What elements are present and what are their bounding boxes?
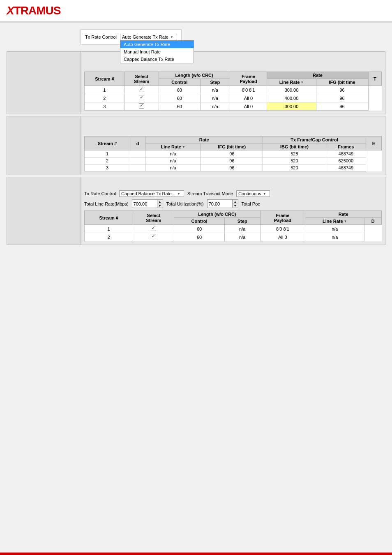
rate-val: 300.00 (267, 86, 316, 94)
select-cb[interactable] (125, 102, 159, 111)
checkbox-3[interactable] (139, 103, 144, 109)
th-rate3: Rate (305, 211, 382, 218)
control-val: 60 (174, 225, 225, 233)
ibg-val: 520 (263, 164, 326, 171)
logo-text: TRAMUS (14, 4, 61, 17)
rate-val-highlighted: 300.00 (267, 102, 316, 111)
panel-3-table: Stream # SelectStream Length (w/o CRC) F… (84, 210, 382, 241)
step-val: n/a (200, 102, 230, 111)
header: XTRAMUS (0, 0, 392, 23)
panel-3: Tx Rate Control Capped Balance Tx Rate..… (7, 177, 385, 245)
checkbox-p3-2[interactable] (151, 234, 156, 239)
spinner-up-2[interactable]: ▲ (233, 200, 238, 204)
tx-rate-control-select[interactable]: Auto Generate Tx Rate ▼ (120, 34, 177, 40)
table-row: 1 60 n/a 8'0 8'1 n/a (85, 225, 382, 233)
th-line-rate: Line Rate ▼ (267, 79, 316, 86)
frames-val: 468749 (326, 164, 366, 171)
table-row: 3 n/a 96 520 468749 (85, 164, 382, 171)
th-length: Length (w/o CRC) (159, 72, 230, 79)
spinner-down[interactable]: ▼ (157, 204, 163, 208)
stream-num: 1 (85, 86, 125, 94)
p3-tx-rate-select[interactable]: Capped Balance Tx Rate... ▼ (119, 190, 184, 197)
th-length3: Length (w/o CRC) (174, 211, 260, 218)
p3-total-util-spinner[interactable]: ▲ ▼ (207, 199, 238, 208)
th-step3: Step (224, 218, 260, 225)
th-select3: SelectStream (133, 211, 174, 225)
stream-num: 2 (85, 233, 133, 241)
ifg-val: 96 (316, 102, 368, 111)
p3-total-util-input[interactable] (208, 201, 232, 207)
ifg-val: 96 (201, 150, 263, 157)
frames-val: 468749 (326, 150, 366, 157)
th-d: d (130, 136, 145, 150)
p3-stream-mode-arrow: ▼ (263, 192, 266, 196)
checkbox-2[interactable] (139, 95, 144, 100)
line-rate-select[interactable]: Line Rate ▼ (279, 80, 304, 85)
panel-3-left (7, 177, 81, 245)
checkbox-p3-1[interactable] (151, 226, 156, 231)
th-ibg: IBG (bit time) (263, 143, 326, 150)
panel3-controls-row2: Total Line Rate(Mbps) ▲ ▼ Total Utilizat… (84, 199, 382, 208)
tx-rate-control-menu[interactable]: Auto Generate Tx Rate ▼ Auto Generate Tx… (120, 34, 177, 40)
dropdown-option-capped[interactable]: Capped Balance Tx Rate (120, 56, 194, 63)
th-rate: Rate (267, 72, 368, 79)
panel-2-table: Stream # d Rate Tx Frame/Gap Control E L… (84, 136, 382, 171)
p3-total-line-label: Total Line Rate(Mbps) (84, 201, 129, 206)
ifg-val: 96 (201, 164, 263, 171)
checkbox-1[interactable] (139, 87, 144, 92)
th-rate2: Rate (145, 136, 263, 143)
logo-x: X (7, 4, 14, 17)
ifg-val: 96 (316, 86, 368, 94)
step-val: n/a (200, 86, 230, 94)
panel-2: Stream # d Rate Tx Frame/Gap Control E L… (7, 116, 385, 175)
panel-3-right: Tx Rate Control Capped Balance Tx Rate..… (81, 177, 385, 245)
footer-bar (0, 553, 392, 555)
logo: XTRAMUS (7, 4, 60, 17)
line-rate2-arrow: ▼ (182, 145, 185, 149)
p3-stream-mode-value: Continuous (238, 191, 261, 196)
step-val: n/a (224, 225, 260, 233)
tx-rate-dropdown-popup: Auto Generate Tx Rate Manual Input Rate … (120, 40, 194, 63)
spinner-buttons-2: ▲ ▼ (232, 200, 238, 208)
panel-1: Stream # SelectStream Length (w/o CRC) F… (7, 51, 385, 114)
p3-total-util-label: Total Utilization(%) (166, 201, 204, 206)
payload-val: 8'0 8'1 (230, 86, 267, 94)
control-val: 60 (159, 86, 200, 94)
line-rate-select-3[interactable]: Line Rate ▼ (323, 219, 347, 224)
rate-val: n/a (145, 164, 201, 171)
th-stream2: Stream # (85, 136, 130, 150)
p3-total-line-spinner[interactable]: ▲ ▼ (132, 199, 163, 208)
tx-rate-control-label: Tx Rate Control (85, 35, 117, 39)
payload-val: All 0 (230, 102, 267, 111)
dropdown-option-auto[interactable]: Auto Generate Tx Rate (120, 41, 194, 48)
control-val: 60 (174, 233, 225, 241)
p3-tx-rate-label: Tx Rate Control (84, 191, 116, 196)
p3-stream-mode-select[interactable]: Continuous ▼ (236, 190, 270, 197)
dropdown-option-manual[interactable]: Manual Input Rate (120, 48, 194, 56)
spinner-up[interactable]: ▲ (157, 200, 163, 204)
select-cb[interactable] (125, 86, 159, 94)
select-cb3[interactable] (133, 225, 174, 233)
select-cb[interactable] (125, 94, 159, 102)
d-val (130, 150, 145, 157)
table-row: 2 60 n/a All 0 n/a (85, 233, 382, 241)
p3-total-line-input[interactable] (132, 201, 157, 207)
payload-val: 8'0 8'1 (260, 225, 305, 233)
dropdown-arrow-icon: ▼ (170, 35, 173, 39)
line-rate-select-2[interactable]: Line Rate ▼ (161, 144, 185, 149)
th-ifg2: IFG (bit time) (201, 143, 263, 150)
spinner-buttons: ▲ ▼ (157, 200, 163, 208)
payload-val: All 0 (260, 233, 305, 241)
th-select-stream: SelectStream (125, 72, 159, 86)
frames-val: 625000 (326, 157, 366, 164)
tx-rate-control-dropdown-area: Tx Rate Control Auto Generate Tx Rate ▼ … (81, 29, 182, 45)
th-d3: D (364, 218, 382, 225)
th-extra: T (368, 72, 382, 86)
th-line-rate2: Line Rate ▼ (145, 143, 201, 150)
select-cb3[interactable] (133, 233, 174, 241)
p3-tx-rate-arrow: ▼ (177, 192, 180, 196)
control-val: 60 (159, 94, 200, 102)
spinner-down-2[interactable]: ▼ (233, 204, 238, 208)
main-content: Tx Rate Control Auto Generate Tx Rate ▼ … (0, 23, 392, 253)
th-stream: Stream # (85, 72, 125, 86)
